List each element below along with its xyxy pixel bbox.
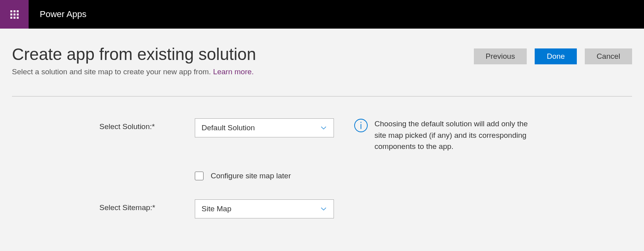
waffle-icon [10, 10, 19, 19]
sitemap-select[interactable]: Site Map [195, 199, 334, 218]
sitemap-label: Select Sitemap:* [99, 199, 195, 212]
configure-later-label: Configure site map later [211, 172, 291, 180]
title-row: Create app from existing solution Select… [12, 44, 632, 76]
app-header: Power Apps [0, 0, 644, 29]
sitemap-value: Site Map [202, 205, 231, 213]
svg-point-2 [361, 122, 361, 123]
info-icon [354, 118, 368, 133]
solution-select[interactable]: Default Solution [195, 118, 334, 137]
title-block: Create app from existing solution Select… [12, 44, 474, 76]
form-area: Select Solution:* Default Solution [12, 118, 632, 218]
previous-button[interactable]: Previous [474, 48, 527, 64]
app-name: Power Apps [40, 9, 86, 19]
cancel-button[interactable]: Cancel [585, 48, 632, 64]
solution-value: Default Solution [202, 124, 255, 132]
learn-more-link[interactable]: Learn more. [213, 68, 254, 76]
configure-later-checkbox[interactable] [195, 172, 204, 180]
configure-later-row: Configure site map later [195, 172, 632, 180]
action-buttons: Previous Done Cancel [474, 48, 632, 64]
page-title: Create app from existing solution [12, 44, 474, 64]
done-button[interactable]: Done [535, 48, 576, 64]
divider [12, 96, 632, 97]
chevron-down-icon [320, 205, 327, 212]
info-column: Choosing the default solution will add o… [354, 118, 541, 153]
solution-select-wrap: Default Solution [195, 118, 334, 137]
solution-row: Select Solution:* Default Solution [99, 118, 632, 153]
page-content: Create app from existing solution Select… [0, 29, 644, 218]
info-text: Choosing the default solution will add o… [374, 118, 541, 153]
subtitle-text: Select a solution and site map to create… [12, 68, 213, 76]
chevron-down-icon [320, 124, 327, 131]
sitemap-row: Select Sitemap:* Site Map [99, 199, 632, 218]
page-subtitle: Select a solution and site map to create… [12, 68, 474, 76]
solution-label: Select Solution:* [99, 118, 195, 131]
sitemap-select-wrap: Site Map [195, 199, 334, 218]
waffle-menu-button[interactable] [0, 0, 29, 29]
